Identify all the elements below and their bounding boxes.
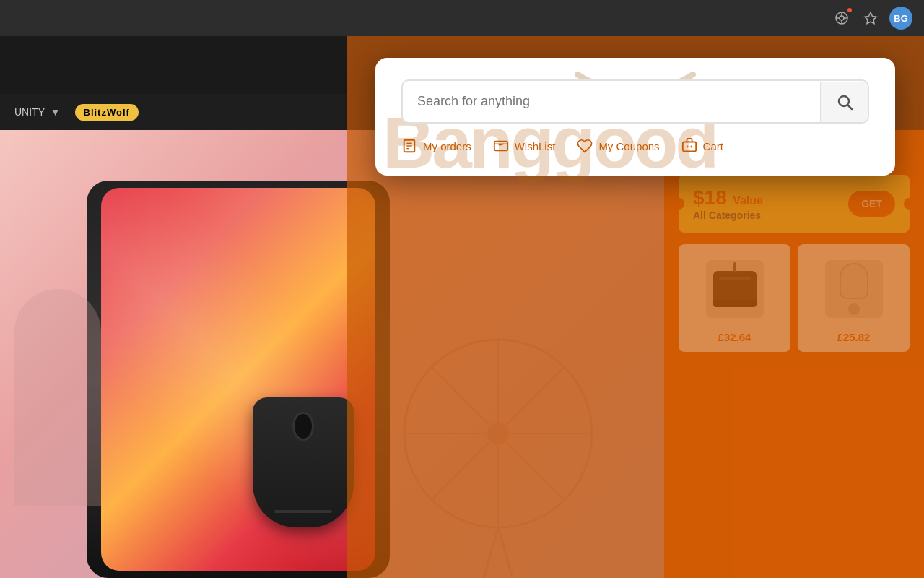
wishlist-icon <box>493 138 509 154</box>
earbuds-case <box>253 397 354 527</box>
search-button[interactable] <box>820 82 868 122</box>
wishlist-link[interactable]: WishList <box>493 138 556 154</box>
search-popup-overlay: Banggood <box>346 36 924 578</box>
orders-icon <box>401 138 417 154</box>
svg-point-1 <box>840 16 844 20</box>
search-bar[interactable] <box>401 79 869 124</box>
svg-point-24 <box>687 146 688 147</box>
search-input[interactable] <box>403 81 820 122</box>
search-popup-card: Banggood <box>375 58 895 176</box>
svg-marker-6 <box>865 12 876 24</box>
site-nav: UNITY ▼ BlitzWolf <box>0 94 346 130</box>
bookmark-icon[interactable] <box>860 8 881 28</box>
my-coupons-link[interactable]: My Coupons <box>577 138 659 154</box>
user-avatar[interactable]: BG <box>889 7 912 30</box>
svg-point-25 <box>690 146 692 147</box>
quick-links: My orders WishList My Coupons <box>401 138 869 154</box>
cart-link[interactable]: Cart <box>681 138 723 154</box>
coupons-icon <box>577 138 593 154</box>
brand-badge[interactable]: BlitzWolf <box>75 104 139 121</box>
svg-line-16 <box>848 105 853 109</box>
my-orders-link[interactable]: My orders <box>401 138 471 154</box>
extension-icon[interactable] <box>832 8 852 28</box>
search-icon <box>836 93 853 111</box>
cart-icon <box>681 138 697 154</box>
silhouette-decoration <box>14 289 101 506</box>
svg-rect-23 <box>682 142 695 152</box>
svg-rect-21 <box>494 142 507 151</box>
chrome-toolbar: BG <box>0 0 924 36</box>
nav-community-text: UNITY ▼ <box>14 106 61 118</box>
